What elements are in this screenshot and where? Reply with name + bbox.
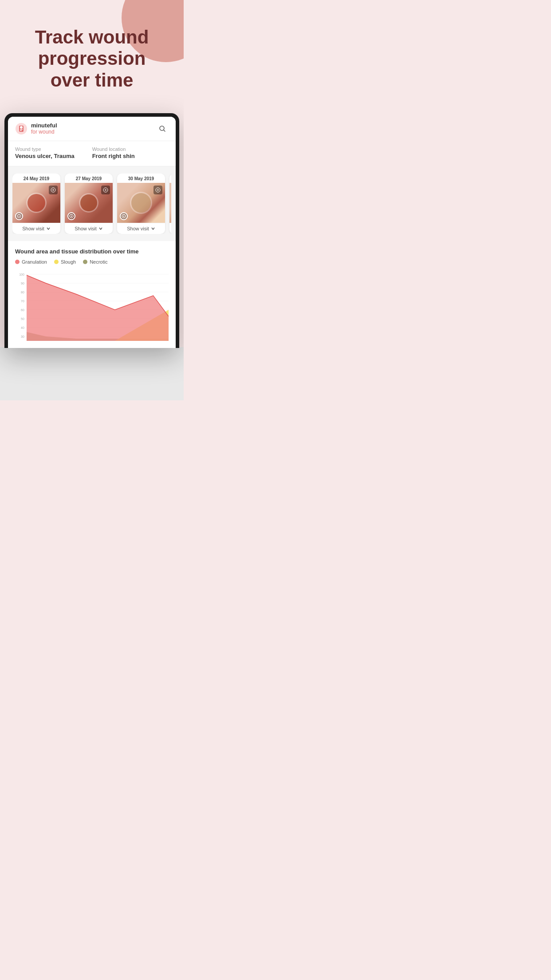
- wound-location-label: Wound location: [92, 146, 135, 152]
- ruler-badge-1: [49, 186, 58, 194]
- visit-image-4: [169, 183, 171, 223]
- visits-section: 24 May 2019: [8, 166, 176, 241]
- legend-slough: Slough: [54, 259, 76, 265]
- logo-main-text: minuteful: [31, 122, 57, 129]
- svg-point-16: [157, 189, 159, 191]
- svg-rect-3: [20, 129, 23, 130]
- legend-granulation: Granulation: [15, 259, 47, 265]
- search-button[interactable]: [156, 122, 169, 135]
- app-header: minuteful for wound: [8, 117, 176, 141]
- visit-image-1: [12, 183, 60, 223]
- visit-date-3: 30 May 2019: [117, 174, 165, 183]
- svg-rect-4: [20, 130, 22, 131]
- visit-card-4: 1 Jun 2019: [169, 174, 171, 234]
- svg-text:40: 40: [21, 325, 24, 330]
- chart-title: Wound area and tissue distribution over …: [15, 248, 169, 255]
- slough-label: Slough: [61, 259, 76, 265]
- logo-sub-text: for wound: [31, 129, 57, 135]
- bottom-panel: [0, 347, 184, 400]
- ruler-badge-3: [153, 186, 162, 194]
- chart-container: 100 90 80 70 60 50 40 30: [15, 270, 169, 341]
- chart-section: Wound area and tissue distribution over …: [8, 241, 176, 348]
- svg-point-12: [105, 189, 106, 191]
- svg-text:80: 80: [21, 290, 24, 294]
- visit-image-2: [65, 183, 113, 223]
- show-visit-btn-3[interactable]: Show visit: [117, 223, 165, 234]
- necrotic-label: Necrotic: [90, 259, 107, 265]
- granulation-dot: [15, 260, 20, 264]
- svg-point-8: [52, 189, 54, 191]
- wound-location-value: Front right shin: [92, 153, 135, 159]
- hero-title: Track wound progression over time: [13, 27, 170, 91]
- ruler-badge-2: [101, 186, 110, 194]
- laptop-frame: minuteful for wound Wound type Venous ul…: [4, 113, 179, 348]
- visit-date-1: 24 May 2019: [12, 174, 60, 183]
- svg-text:90: 90: [21, 281, 24, 285]
- svg-text:30: 30: [21, 334, 24, 339]
- show-visit-btn-1[interactable]: Show visit: [12, 223, 60, 234]
- necrotic-dot: [83, 260, 87, 264]
- visit-image-3: [117, 183, 165, 223]
- visit-marker-bottom-2: [67, 212, 75, 220]
- svg-point-14: [71, 215, 72, 217]
- svg-point-18: [123, 215, 125, 217]
- legend-necrotic: Necrotic: [83, 259, 107, 265]
- wound-location-item: Wound location Front right shin: [92, 146, 135, 160]
- visit-card-3: 30 May 2019: [117, 174, 165, 234]
- chart-legend: Granulation Slough Necrotic: [15, 259, 169, 265]
- slough-dot: [54, 260, 59, 264]
- visits-scroll-container[interactable]: 24 May 2019: [12, 174, 171, 234]
- hero-section: Track wound progression over time: [0, 0, 184, 109]
- svg-point-10: [19, 215, 20, 217]
- svg-point-2: [20, 126, 23, 129]
- app-logo: minuteful for wound: [15, 122, 57, 135]
- chart-svg: 100 90 80 70 60 50 40 30: [15, 270, 169, 341]
- wound-type-item: Wound type Venous ulcer, Trauma: [15, 146, 75, 160]
- visit-marker-bottom-3: [120, 212, 128, 220]
- show-visit-btn-2[interactable]: Show visit: [65, 223, 113, 234]
- app-logo-text: minuteful for wound: [31, 122, 57, 135]
- svg-line-6: [164, 130, 165, 131]
- wound-info-bar: Wound type Venous ulcer, Trauma Wound lo…: [8, 141, 176, 166]
- svg-text:100: 100: [19, 272, 24, 277]
- show-visit-btn-4[interactable]: Show visit: [169, 223, 171, 234]
- granulation-area: [27, 275, 169, 341]
- granulation-label: Granulation: [22, 259, 47, 265]
- wound-center-1: [28, 194, 45, 212]
- svg-text:60: 60: [21, 308, 24, 312]
- wound-center-3: [131, 193, 151, 213]
- visit-date-2: 27 May 2019: [65, 174, 113, 183]
- svg-text:50: 50: [21, 316, 24, 321]
- svg-text:70: 70: [21, 299, 24, 303]
- visit-marker-bottom-1: [15, 212, 23, 220]
- visit-card-1: 24 May 2019: [12, 174, 60, 234]
- wound-center-2: [80, 194, 97, 211]
- visit-card-2: 27 May 2019: [65, 174, 113, 234]
- wound-type-label: Wound type: [15, 146, 75, 152]
- wound-type-value: Venous ulcer, Trauma: [15, 153, 75, 159]
- device-mockup: minuteful for wound Wound type Venous ul…: [0, 113, 184, 348]
- app-screen: minuteful for wound Wound type Venous ul…: [8, 117, 176, 348]
- logo-icon: [15, 122, 28, 135]
- visit-date-4: 1 Jun 2019: [169, 174, 171, 183]
